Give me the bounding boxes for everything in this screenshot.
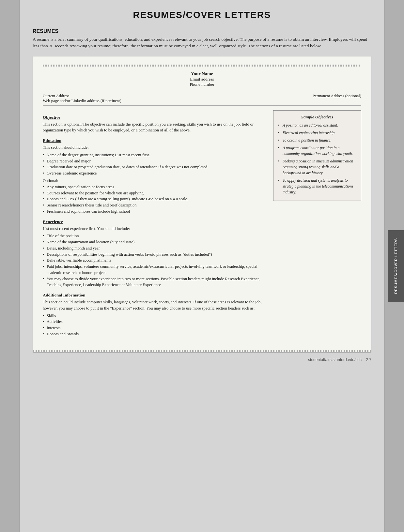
footer-page: 2 7 xyxy=(366,357,371,362)
doc-left-column: Objective This section is optional. The … xyxy=(43,110,267,339)
list-item: Honors and GPA (if they are a strong sel… xyxy=(43,196,267,202)
list-item: Honors and Awards xyxy=(43,331,267,337)
footer-url: studentaffairs.stanford.edu/cdc xyxy=(308,357,362,362)
left-border xyxy=(0,0,20,532)
doc-experience-intro: List most recent experience first. You s… xyxy=(43,226,267,232)
document-box: Your Name Email address Phone number Cur… xyxy=(33,56,371,353)
doc-optional-list: Any minors, specialization or focus area… xyxy=(43,184,267,215)
right-border: RESUMES/COVER LETTERS xyxy=(384,0,404,532)
right-tab-label: RESUMES/COVER LETTERS xyxy=(394,238,398,294)
list-item: Graduation date or projected graduation … xyxy=(43,164,267,170)
list-item: Dates, including month and year xyxy=(43,245,267,251)
doc-divider xyxy=(43,105,361,106)
list-item: Title of the position xyxy=(43,233,267,239)
list-item: Degree received and major xyxy=(43,158,267,164)
list-item: Believable, verifiable accomplishments xyxy=(43,257,267,264)
doc-permanent-address: Permanent Address (optional) xyxy=(313,94,361,103)
doc-education-title: Education xyxy=(43,138,267,143)
list-item: Senior research/honors thesis title and … xyxy=(43,202,267,208)
doc-current-address: Current Address xyxy=(43,94,121,99)
doc-header: Your Name Email address Phone number xyxy=(43,71,361,87)
doc-objective-title: Objective xyxy=(43,115,267,120)
list-item: Paid jobs, internships, volunteer commun… xyxy=(43,264,267,276)
sample-objectives-title: Sample Objectives xyxy=(278,114,356,120)
doc-name: Your Name xyxy=(43,71,361,77)
list-item: Interests xyxy=(43,325,267,331)
doc-email: Email address xyxy=(43,77,361,82)
doc-experience-list: Title of the position Name of the organi… xyxy=(43,233,267,288)
list-item: Activities xyxy=(43,319,267,325)
main-content: RESUMES/COVER LETTERS RESUMES A resume i… xyxy=(20,0,384,532)
right-border-tab: RESUMES/COVER LETTERS xyxy=(388,230,404,302)
list-item: Name of the degree-granting institutions… xyxy=(43,152,267,158)
objective-item: To obtain a position in finance. xyxy=(278,137,356,143)
doc-education-list: Name of the degree-granting institutions… xyxy=(43,152,267,176)
list-item: Descriptions of responsibilities beginni… xyxy=(43,251,267,258)
page-wrapper: RESUMES/COVER LETTERS RESUMES A resume i… xyxy=(0,0,404,532)
list-item: Any minors, specialization or focus area… xyxy=(43,184,267,190)
doc-objective-text: This section is optional. The objective … xyxy=(43,121,267,134)
doc-address-row: Current Address Web page and/or LinkedIn… xyxy=(43,94,361,103)
list-item: Name of the organization and location (c… xyxy=(43,239,267,245)
sample-objectives-box: Sample Objectives A position as an edito… xyxy=(273,110,361,201)
page-footer: studentaffairs.stanford.edu/cdc 2 7 xyxy=(33,357,371,362)
list-item: Skills xyxy=(43,313,267,319)
doc-phone: Phone number xyxy=(43,82,361,87)
objective-item: A position as an editorial assistant. xyxy=(278,122,356,128)
resumes-heading: RESUMES xyxy=(33,28,371,34)
list-item: Freshmen and sophomores can include high… xyxy=(43,208,267,215)
list-item: You may choose to divide your experience… xyxy=(43,276,267,288)
objective-item: To apply decision and systems analysis t… xyxy=(278,177,356,195)
resumes-intro: A resume is a brief summary of your qual… xyxy=(33,36,371,50)
doc-additional-text: This section could include computer skil… xyxy=(43,299,267,312)
doc-experience-title: Experience xyxy=(43,219,267,224)
doc-additional-title: Additional Information xyxy=(43,293,267,298)
page-title: RESUMES/COVER LETTERS xyxy=(33,10,371,20)
doc-education-intro: This section should include: xyxy=(43,144,267,151)
doc-current-address-block: Current Address Web page and/or LinkedIn… xyxy=(43,94,121,103)
objective-item: A program coordinator position in a comm… xyxy=(278,145,356,157)
objective-item: Electrical engineering internship. xyxy=(278,130,356,136)
doc-body: Objective This section is optional. The … xyxy=(43,110,361,339)
doc-right-column: Sample Objectives A position as an edito… xyxy=(273,110,361,339)
doc-additional-list: Skills Activities Interests Honors and A… xyxy=(43,313,267,337)
sample-objectives-list: A position as an editorial assistant. El… xyxy=(278,122,356,195)
list-item: Overseas academic experience xyxy=(43,170,267,176)
list-item: Courses relevant to the position for whi… xyxy=(43,190,267,196)
doc-web-address: Web page and/or LinkedIn address (if per… xyxy=(43,99,121,103)
objective-item: Seeking a position in museum administrat… xyxy=(278,158,356,176)
optional-label: Optional: xyxy=(43,178,267,183)
